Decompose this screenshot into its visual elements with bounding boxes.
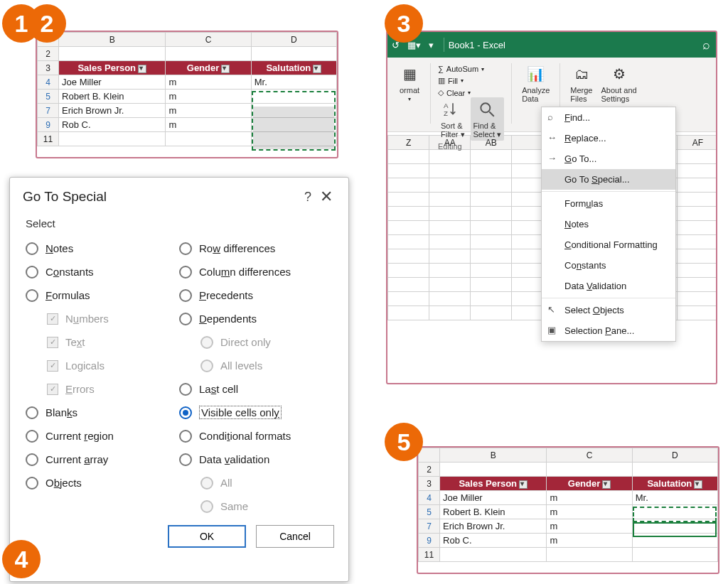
menu-constants[interactable]: Constants bbox=[542, 255, 675, 276]
close-button[interactable]: ✕ bbox=[317, 188, 336, 206]
find-select-button[interactable]: Find &Select ▾ bbox=[471, 97, 505, 141]
opt-cond-fmt[interactable]: Conditional formats bbox=[179, 424, 333, 448]
cell[interactable]: Mr. bbox=[251, 75, 336, 90]
row-hdr-2[interactable]: 2 bbox=[38, 47, 59, 61]
cell[interactable]: Erich Brown Jr. bbox=[59, 104, 166, 118]
cell[interactable]: Rob C. bbox=[440, 534, 547, 548]
tbl-hdr-gender[interactable]: Gender bbox=[166, 61, 251, 75]
menu-replace[interactable]: ↔Replace... bbox=[542, 128, 675, 148]
row-hdr-7[interactable]: 7 bbox=[38, 104, 59, 118]
merge-files-button[interactable]: 🗂MergeFiles bbox=[567, 62, 595, 104]
opt-blanks[interactable]: Blanks bbox=[26, 401, 179, 424]
help-button[interactable]: ? bbox=[299, 190, 317, 205]
cell[interactable]: m bbox=[166, 104, 251, 118]
opt-current-region[interactable]: Current region bbox=[26, 424, 179, 448]
opt-formulas[interactable]: Formulas bbox=[26, 283, 179, 307]
excel-sheet-5[interactable]: B C D 2 3 Sales Person Gender Salutation… bbox=[418, 448, 718, 562]
menu-goto-special[interactable]: Go To Special... bbox=[542, 169, 675, 190]
menu-goto[interactable]: →Go To... bbox=[542, 148, 675, 169]
cell[interactable]: m bbox=[547, 519, 632, 534]
eraser-icon: ◇ bbox=[438, 88, 444, 97]
row-hdr-5[interactable]: 5 bbox=[38, 90, 59, 104]
opt-data-valid[interactable]: Data validation bbox=[179, 448, 333, 471]
row-hdr-9[interactable]: 9 bbox=[38, 118, 59, 132]
opt-current-array[interactable]: Current array bbox=[26, 448, 179, 471]
autosum-button[interactable]: ∑AutoSum ▾ bbox=[438, 65, 484, 73]
cell[interactable]: m bbox=[547, 534, 632, 548]
col-header-D[interactable]: D bbox=[632, 448, 717, 463]
cell[interactable] bbox=[251, 104, 336, 118]
col-header-AF[interactable]: AF bbox=[677, 136, 717, 150]
settings-icon: ⚙ bbox=[609, 63, 630, 85]
opt-precedents[interactable]: Precedents bbox=[179, 283, 333, 307]
cell[interactable]: m bbox=[547, 505, 632, 519]
analyze-button[interactable]: 📊AnalyzeData bbox=[519, 62, 552, 104]
menu-selection-pane[interactable]: ▣Selection Pane... bbox=[542, 320, 675, 341]
ok-button[interactable]: OK bbox=[168, 525, 246, 548]
excel-sheet-12[interactable]: B C D 2 3 Sales Person Gender Salutation… bbox=[37, 32, 337, 146]
menu-formulas[interactable]: Formulas bbox=[542, 193, 675, 214]
filter-icon[interactable] bbox=[138, 65, 146, 73]
col-header-C[interactable]: C bbox=[166, 33, 251, 47]
cell[interactable]: Joe Miller bbox=[440, 491, 547, 505]
row-hdr[interactable]: 5 bbox=[419, 505, 440, 519]
svg-text:Z: Z bbox=[444, 109, 448, 117]
col-header-D[interactable]: D bbox=[251, 33, 336, 47]
filter-icon[interactable] bbox=[602, 480, 611, 489]
opt-row-diff[interactable]: Row differences bbox=[179, 237, 333, 260]
filter-icon[interactable] bbox=[221, 65, 230, 73]
opt-col-diff[interactable]: Column differences bbox=[179, 260, 333, 283]
cancel-button[interactable]: Cancel bbox=[256, 525, 334, 548]
row-hdr[interactable]: 11 bbox=[419, 548, 440, 562]
col-header-B[interactable]: B bbox=[59, 33, 166, 47]
cell[interactable]: Rob C. bbox=[59, 118, 166, 132]
cell[interactable] bbox=[251, 90, 336, 104]
menu-select-objects[interactable]: ↖Select Objects bbox=[542, 300, 675, 320]
cell[interactable]: Joe Miller bbox=[59, 75, 166, 90]
opt-notes[interactable]: Notes bbox=[26, 237, 179, 260]
cell[interactable]: m bbox=[547, 491, 632, 505]
cell[interactable] bbox=[632, 534, 717, 548]
about-settings-button[interactable]: ⚙About andSettings bbox=[598, 62, 639, 104]
col-header-Z[interactable]: Z bbox=[388, 136, 429, 150]
cell[interactable]: Robert B. Klein bbox=[59, 90, 166, 104]
row-hdr-4[interactable]: 4 bbox=[38, 75, 59, 90]
clear-button[interactable]: ◇Clear▾ bbox=[438, 88, 484, 97]
cell[interactable] bbox=[632, 519, 717, 534]
menu-find[interactable]: ⌕Find... bbox=[542, 107, 675, 128]
opt-numbers: ✓Numbers bbox=[26, 307, 179, 330]
cell[interactable]: m bbox=[166, 118, 251, 132]
row-hdr-3[interactable]: 3 bbox=[38, 61, 59, 75]
fill-button[interactable]: ▥Fill▾ bbox=[438, 76, 484, 85]
cell[interactable]: m bbox=[166, 90, 251, 104]
sort-filter-button[interactable]: AZ Sort &Filter ▾ bbox=[438, 97, 468, 141]
cell[interactable]: Robert B. Klein bbox=[440, 505, 547, 519]
menu-notes[interactable]: Notes bbox=[542, 214, 675, 234]
format-button[interactable]: ▦ ormat▾ bbox=[396, 62, 423, 104]
cell[interactable]: Mr. bbox=[632, 491, 717, 505]
opt-dependents[interactable]: Dependents bbox=[179, 307, 333, 330]
tbl-hdr-salut[interactable]: Salutation bbox=[251, 61, 336, 75]
filter-icon[interactable] bbox=[519, 480, 528, 489]
cell[interactable]: Erich Brown Jr. bbox=[440, 519, 547, 534]
cell[interactable]: m bbox=[166, 75, 251, 90]
row-hdr-11[interactable]: 11 bbox=[38, 132, 59, 146]
col-header-B[interactable]: B bbox=[440, 448, 547, 463]
row-hdr[interactable]: 7 bbox=[419, 519, 440, 534]
cell[interactable] bbox=[632, 505, 717, 519]
opt-visible-cells[interactable]: Visible cells only bbox=[179, 401, 333, 424]
menu-cond-fmt[interactable]: Conditional Formatting bbox=[542, 234, 675, 255]
row-hdr[interactable]: 9 bbox=[419, 534, 440, 548]
filter-icon[interactable] bbox=[694, 480, 702, 489]
opt-objects[interactable]: Objects bbox=[26, 471, 179, 494]
filter-icon[interactable] bbox=[313, 65, 321, 73]
row-hdr-2[interactable]: 2 bbox=[419, 463, 440, 477]
opt-constants[interactable]: Constants bbox=[26, 260, 179, 283]
row-hdr[interactable]: 4 bbox=[419, 491, 440, 505]
col-header-C[interactable]: C bbox=[547, 448, 632, 463]
opt-last-cell[interactable]: Last cell bbox=[179, 377, 333, 401]
tbl-hdr-sales[interactable]: Sales Person bbox=[59, 61, 166, 75]
cell[interactable] bbox=[251, 118, 336, 132]
menu-data-valid[interactable]: Data Validation bbox=[542, 276, 675, 296]
search-icon[interactable]: ⌕ bbox=[702, 38, 710, 53]
